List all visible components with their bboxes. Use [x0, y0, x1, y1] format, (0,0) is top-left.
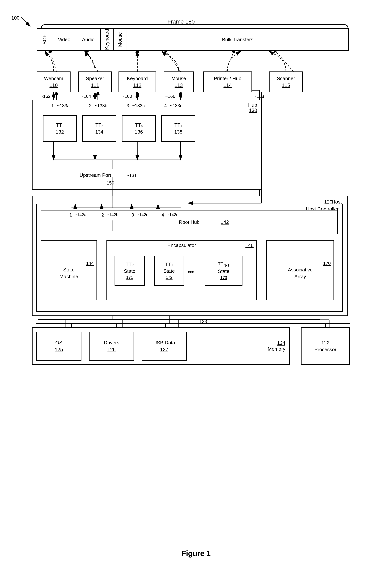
tt1-state-sub: State: [164, 268, 175, 274]
printer-hub-box: Printer / Hub 114: [203, 71, 252, 92]
processor-label: Processor: [314, 347, 336, 352]
tt3-box: TT₃ 136: [122, 115, 156, 142]
root-hub-box: Root Hub 142 1 ↑142a 2 ↑142b 3 ↑142c 4 ↑…: [41, 210, 338, 234]
tt0-state-label: TT₀: [126, 262, 134, 267]
root-hub-ref: 142: [221, 219, 229, 225]
ttn1-state-box: TTN-1 State 173: [205, 256, 242, 286]
printer-hub-label: Printer / Hub: [214, 76, 241, 82]
keyboard-box: Keyboard 112: [118, 71, 156, 92]
svg-line-3: [49, 48, 56, 71]
svg-line-8: [273, 48, 294, 71]
hub-port-1: 1: [51, 103, 54, 108]
host-box: Host 120 Host Controller 140 Root Hub 14…: [32, 196, 348, 316]
ellipsis: •••: [188, 269, 194, 275]
wire-150: ~150: [104, 180, 114, 186]
tt0-state-ref: 171: [126, 275, 133, 280]
ttn1-state-ref: 173: [220, 275, 227, 280]
bulk-transfers-label: Bulk Transfers: [222, 37, 253, 42]
mouse-ref: 113: [175, 82, 183, 88]
root-hub-port-2: 2: [101, 212, 104, 218]
tt0-state-sub: State: [124, 268, 135, 274]
tt1-ref: 132: [56, 129, 64, 135]
speaker-box: Speaker 111: [78, 71, 112, 92]
svg-line-6: [164, 48, 181, 71]
webcam-ref: 110: [49, 82, 57, 88]
tt1-state-box: TT₁ State 172: [154, 256, 184, 286]
encapsulator-box: Encapsulator 146 TT₀ State 171 TT₁ State…: [106, 240, 257, 300]
upstream-port-label: Upstream Port: [80, 172, 111, 178]
hub-box: Hub 130 1 ~133a 2 ~133b 3 ~133c 4 ~133d …: [32, 100, 262, 190]
usb-data-ref: 127: [160, 347, 168, 352]
memory-label: Memory: [268, 346, 285, 352]
drivers-label: Drivers: [104, 340, 119, 346]
root-hub-port-ref-142d: ↑142d: [167, 212, 179, 217]
frame-label: Frame 180: [168, 18, 195, 25]
state-machine-label-1: State: [63, 267, 75, 273]
hub-label: Hub: [248, 102, 257, 108]
webcam-label: Webcam: [44, 76, 63, 82]
root-hub-port-ref-142a: ↑142a: [75, 212, 86, 217]
webcam-box: Webcam 110: [37, 71, 70, 92]
hub-ref: 130: [249, 107, 257, 113]
tt1-state-ref: 172: [166, 275, 173, 280]
os-label: OS: [55, 340, 62, 346]
assoc-array-ref: 170: [323, 261, 331, 266]
tt2-ref: 134: [95, 129, 103, 135]
associative-array-box: 170 Associative Array: [266, 240, 334, 300]
wire-160: ~160: [122, 94, 132, 99]
wire-166: ~166: [165, 94, 175, 99]
frame-box: SOF Video Audio Keyboard Mouse Bulk Tran…: [37, 28, 349, 51]
root-hub-label: Root Hub: [179, 219, 200, 225]
tt4-ref: 138: [174, 129, 182, 135]
mouse-frame-label: Mouse: [117, 32, 123, 47]
root-hub-port-3: 3: [131, 212, 134, 218]
figure-label: Figure 1: [181, 549, 211, 558]
processor-box: 122 Processor: [301, 327, 350, 365]
assoc-array-label-2: Array: [294, 274, 306, 279]
root-hub-port-ref-142b: ↑142b: [107, 212, 118, 217]
hub-port-4: 4: [164, 103, 167, 108]
tt4-label: TT₄: [174, 122, 182, 128]
bus-ref-128: 128: [199, 319, 207, 324]
tt1-label: TT₁: [56, 122, 64, 128]
tt0-state-box: TT₀ State 171: [114, 256, 145, 286]
tt1-box: TT₁ 132: [43, 115, 77, 142]
scanner-label: Scanner: [277, 76, 295, 82]
keyboard-frame-label: Keyboard: [104, 29, 110, 50]
encapsulator-ref: 146: [245, 242, 253, 248]
ref-100-arrow: [19, 15, 34, 30]
ttn1-state-sub: State: [218, 268, 229, 274]
printer-hub-ref: 114: [224, 82, 232, 88]
upstream-port-ref-tilde: ~131: [126, 173, 137, 178]
usb-data-box: USB Data 127: [142, 332, 187, 361]
host-controller-box: Host Controller 140 Root Hub 142 1 ↑142a…: [36, 204, 343, 312]
state-machine-box: 144 State Machine: [41, 240, 97, 300]
os-box: OS 125: [36, 332, 82, 361]
tt2-box: TT₂ 134: [82, 115, 116, 142]
encapsulator-label: Encapsulator: [168, 242, 196, 248]
scanner-ref: 115: [282, 82, 290, 88]
tt1-state-label: TT₁: [165, 262, 173, 267]
root-hub-port-1: 1: [70, 212, 72, 218]
processor-ref: 122: [321, 340, 329, 346]
root-hub-port-ref-142c: ↑142c: [137, 212, 148, 217]
root-hub-port-4: 4: [162, 212, 164, 218]
keyboard-label: Keyboard: [127, 76, 148, 82]
speaker-label: Speaker: [86, 76, 104, 82]
memory-box: OS 125 Drivers 126 USB Data 127 124 Memo…: [32, 327, 290, 365]
memory-ref: 124: [277, 340, 285, 346]
state-machine-label-2: Machine: [60, 274, 78, 279]
drivers-box: Drivers 126: [89, 332, 134, 361]
tt4-box: TT₄ 138: [161, 115, 195, 142]
keyboard-ref: 112: [133, 82, 141, 88]
state-machine-ref: 144: [86, 261, 94, 266]
wire-168: ~168: [254, 94, 264, 99]
svg-line-34: [21, 17, 30, 26]
audio-label: Audio: [82, 37, 95, 42]
hub-port-ref-133a: ~133a: [57, 103, 70, 108]
tt3-label: TT₃: [135, 122, 143, 128]
wire-162: ~162: [41, 94, 51, 99]
hub-port-ref-133d: ~133d: [170, 103, 182, 108]
drivers-ref: 126: [107, 347, 115, 352]
ref-100: 100: [11, 15, 19, 21]
